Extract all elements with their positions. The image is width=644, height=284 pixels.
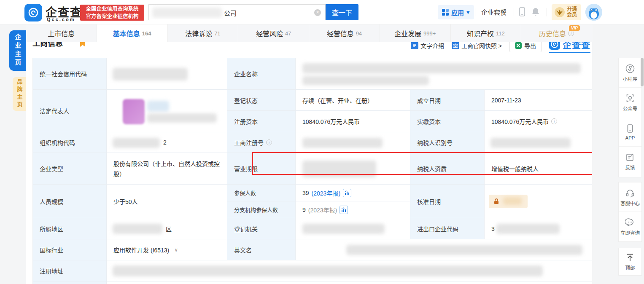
redacted-company-name-line1 [302, 63, 581, 73]
app-phone-icon [625, 123, 635, 134]
penguin-avatar-icon [585, 4, 602, 21]
tab-history-info[interactable]: VIP 历史信息 i [521, 24, 592, 42]
tab-legal-litigation[interactable]: 法律诉讼 71 [168, 24, 239, 42]
reg-capital-label: 注册资本 [227, 111, 296, 132]
english-name-value [296, 239, 592, 260]
rail-item-feedback[interactable]: 反馈 [619, 147, 641, 176]
top-header: 企查查 Qcc.com 全国企业信用查询系统 官方备案企业征信机构 公司 × 查… [0, 0, 644, 24]
rail-item-miniprogram[interactable]: 小程序 [619, 58, 641, 88]
vip-flag: VIP [569, 25, 580, 31]
tab-basic-info[interactable]: 基本信息 164 [97, 24, 168, 42]
redacted-english-name [346, 245, 582, 255]
biz-term-label: 营业期限 [227, 153, 296, 185]
redacted-legal-rep-avatar [123, 99, 145, 124]
redacted-approval-date [503, 197, 522, 205]
rail-item-consult-now[interactable]: 立即咨询 [619, 212, 641, 241]
vip-locked-value[interactable] [489, 195, 528, 208]
user-avatar[interactable] [585, 4, 602, 21]
brand-home-label: 品牌主页 [16, 79, 24, 109]
company-name-value [296, 58, 592, 90]
right-rail-card-3: 顶部 [618, 248, 642, 276]
tab-company-development[interactable]: 企业发展 999+ [380, 24, 451, 42]
apps-menu[interactable]: 应用 ▾ [438, 5, 474, 19]
redacted-credit-code [113, 68, 188, 80]
text-intro-label: 文字介绍 [420, 42, 444, 50]
tab-label: 历史信息 [539, 28, 566, 38]
brand-domain: Qcc.com [47, 17, 75, 22]
qcc-watermark-stamp[interactable]: 企查查 [549, 42, 590, 53]
tab-listing-info[interactable]: 上市信息 [26, 24, 97, 42]
branch-insured-trend-chart-icon[interactable] [340, 206, 348, 214]
reg-status-value: 存续（在营、开业、在册） [296, 90, 410, 111]
official-snapshot-link[interactable]: 工商官网快照 > [452, 42, 502, 50]
open-vip-button[interactable]: 开通 会员 [552, 4, 581, 20]
back-to-top-button[interactable]: 顶部 [619, 248, 641, 275]
sidebar-tab-brand-home[interactable]: 品牌主页 [13, 77, 26, 111]
redacted-reg-authority [302, 224, 385, 234]
search-input[interactable]: 公司 × [148, 4, 326, 20]
rail-item-label: 客服中心 [620, 200, 640, 206]
insured-count-value: 39 (2023年报) [296, 185, 410, 201]
search-clear-icon[interactable]: × [314, 9, 321, 16]
rail-item-customer-service[interactable]: 客服中心 [619, 182, 641, 212]
redacted-legal-rep-name [147, 113, 217, 123]
bookmark-icon [80, 42, 85, 47]
redacted-org-code [113, 138, 160, 148]
qcc-logo-icon[interactable] [24, 4, 42, 21]
chevron-down-icon[interactable]: ∨ [174, 247, 178, 253]
rail-item-app[interactable]: APP [619, 117, 641, 147]
search-visible-text: 公司 [224, 8, 237, 17]
reg-authority-label: 登记机关 [227, 218, 296, 239]
rail-item-official-account[interactable]: 公众号 [619, 88, 641, 117]
region-label: 所属地区 [33, 218, 107, 239]
info-icon[interactable]: i [551, 118, 557, 124]
tab-count: 999+ [423, 30, 436, 37]
page-scrollbar-thumb[interactable] [641, 58, 644, 86]
tab-count: 112 [496, 30, 505, 37]
feedback-icon [625, 152, 635, 162]
branch-insured-count-value: 9 (2023年报) [296, 201, 410, 218]
miniprogram-icon [625, 64, 635, 74]
redacted-reg-address [113, 265, 543, 276]
import-export-code-value: 3 [485, 218, 592, 239]
branch-insured-count-label: 分支机构参保人数 [227, 201, 296, 218]
section-tabbar: 上市信息 基本信息 164 法律诉讼 71 经营风险 47 经营信息 94 企业… [26, 24, 592, 42]
reg-status-label: 登记状态 [227, 90, 296, 111]
annual-report-link[interactable]: (2023年报) [312, 189, 340, 197]
info-icon[interactable]: i [568, 30, 574, 36]
paid-capital-label: 实缴资本 [410, 111, 485, 132]
business-info-table: 统一社会信用代码 企业名称 法定代表人 登记状态 存续（在营、开业、在册） 成立… [32, 58, 592, 284]
enterprise-plan-link[interactable]: 企业套餐 [481, 8, 507, 16]
qcc-stamp-icon [549, 42, 560, 50]
lock-icon [493, 198, 500, 205]
reg-address-label: 注册地址 [33, 260, 107, 281]
search-button[interactable]: 查一下 [326, 4, 358, 20]
approval-date-label: 核准日期 [410, 185, 485, 218]
text-intro-link[interactable]: 文字介绍 [411, 42, 444, 50]
info-icon[interactable]: i [266, 139, 272, 145]
rail-item-label: 顶部 [625, 264, 635, 271]
insured-trend-chart-icon[interactable] [343, 189, 351, 197]
credit-code-label: 统一社会信用代码 [33, 58, 107, 90]
mobile-phone-icon[interactable] [518, 7, 526, 17]
establish-date-label: 成立日期 [410, 90, 485, 111]
reg-address-value [107, 260, 592, 281]
tab-count: 47 [285, 30, 291, 37]
business-info-card: 工商信息 文字介绍 工商官网快照 > 导出 [26, 42, 592, 284]
official-account-icon [625, 93, 635, 103]
export-button[interactable]: 导出 [509, 42, 542, 52]
tab-count: 94 [356, 30, 362, 37]
notifications-bell-icon[interactable] [531, 7, 540, 17]
region-value: 区 [107, 218, 227, 239]
tab-operation-risk[interactable]: 经营风险 47 [238, 24, 309, 42]
tab-intellectual-property[interactable]: 知识产权 112 [451, 24, 522, 42]
stamp-label: 企查查 [563, 42, 590, 51]
biz-term-value [296, 153, 410, 185]
company-type-value: 股份有限公司（非上市、自然人投资或控股） [107, 153, 227, 185]
sidebar-tab-company-home[interactable]: 企业主页 [9, 30, 26, 71]
redacted-biz-term [302, 161, 376, 177]
company-type-label: 企业类型 [33, 153, 107, 185]
apps-label: 应用 [451, 8, 464, 17]
rail-item-label: 立即咨询 [620, 229, 640, 236]
tab-operation-info[interactable]: 经营信息 94 [309, 24, 380, 42]
